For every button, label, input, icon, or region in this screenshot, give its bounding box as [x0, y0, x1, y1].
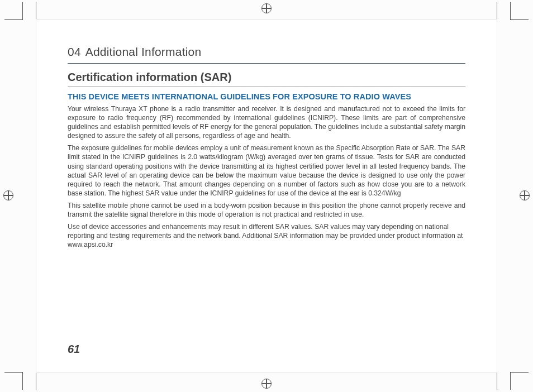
crop-mark — [510, 372, 511, 390]
registration-mark-icon — [261, 3, 272, 13]
crop-mark — [36, 372, 36, 390]
crop-mark — [4, 372, 22, 373]
registration-mark-icon — [520, 190, 530, 200]
crop-mark — [497, 372, 497, 390]
crop-mark — [510, 2, 511, 20]
chapter-number: 04 — [68, 45, 81, 59]
crop-mark — [511, 372, 529, 373]
crop-mark — [511, 19, 529, 20]
chapter-title: Additional Information — [85, 45, 202, 59]
body-paragraph: Your wireless Thuraya XT phone is a radi… — [68, 104, 465, 140]
section-heading: Certification information (SAR) — [68, 71, 465, 87]
page-number: 61 — [68, 343, 80, 356]
crop-mark — [22, 372, 23, 390]
crop-mark — [22, 2, 23, 20]
body-paragraph: The exposure guidelines for mobile devic… — [68, 144, 465, 198]
chapter-header: 04 Additional Information — [68, 45, 465, 64]
document-page: 04 Additional Information Certification … — [36, 19, 497, 373]
section-subheading: THIS DEVICE MEETS INTERNATIONAL GUIDELIN… — [68, 92, 465, 101]
registration-mark-icon — [3, 190, 13, 200]
crop-mark — [497, 2, 497, 20]
registration-mark-icon — [261, 379, 272, 389]
crop-mark — [4, 19, 22, 20]
body-paragraph: This satellite mobile phone cannot be us… — [68, 201, 465, 219]
body-paragraph: Use of device accessories and enhancemen… — [68, 222, 465, 249]
crop-mark — [36, 2, 36, 20]
